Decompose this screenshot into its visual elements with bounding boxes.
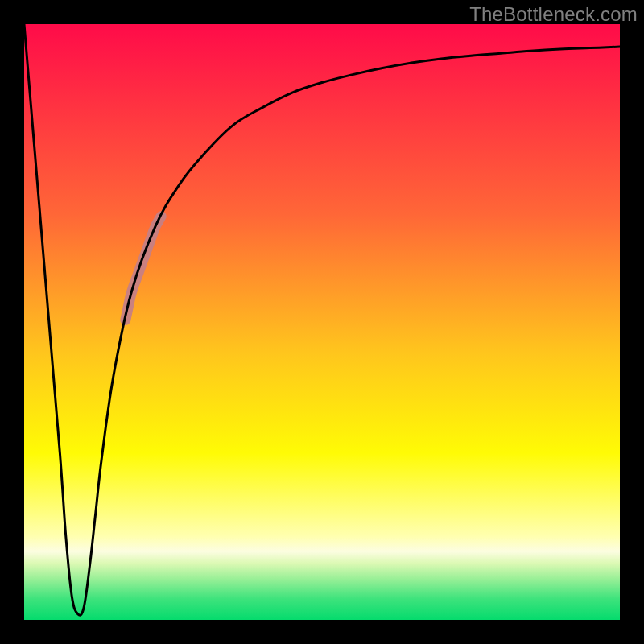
chart-frame: TheBottleneck.com: [0, 0, 644, 644]
plot-svg: [24, 24, 620, 620]
watermark-text: TheBottleneck.com: [469, 3, 638, 26]
gradient-background: [24, 24, 620, 620]
plot-area: [24, 24, 620, 620]
